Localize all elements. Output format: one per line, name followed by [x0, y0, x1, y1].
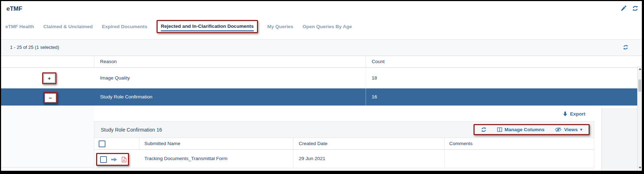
subpanel-header: Study Role Confirmation 16 — [94, 121, 594, 138]
subpanel-title: Study Role Confirmation 16 — [101, 127, 162, 133]
column-header-count[interactable]: Count — [372, 59, 385, 64]
screenshot-root: eTMF eTMF Health Claimed & Unclaimed Exp… — [0, 0, 644, 174]
etmf-dashboard: eTMF eTMF Health Claimed & Unclaimed Exp… — [1, 1, 642, 171]
column-divider — [444, 150, 445, 168]
annotation-box-active-tab: Rejected and In-Clarification Documents — [157, 20, 258, 33]
annotation-box-expand-button: + — [42, 72, 56, 84]
manage-columns-button[interactable]: Manage Columns — [497, 127, 545, 132]
pdf-file-icon[interactable] — [122, 157, 127, 163]
submitted-name-cell: Tracking Documents_Transmittal Form — [144, 156, 227, 161]
count-cell: 18 — [372, 75, 377, 81]
manage-columns-label: Manage Columns — [505, 127, 545, 132]
vertical-scrollbar[interactable] — [637, 66, 642, 171]
tab-rejected-in-clarification[interactable]: Rejected and In-Clarification Documents — [161, 24, 254, 31]
column-divider — [366, 68, 366, 88]
tab-expired-documents[interactable]: Expired Documents — [102, 24, 147, 29]
column-divider — [293, 150, 293, 168]
dashboard-tabs: eTMF Health Claimed & Unclaimed Expired … — [5, 18, 352, 35]
document-row[interactable]: Tracking Documents_Transmittal Form 29 J… — [94, 150, 594, 168]
refresh-icon[interactable] — [632, 5, 638, 11]
record-count-bar: 1 - 25 of 25 (1 selected) — [1, 39, 642, 56]
tab-open-queries-by-age[interactable]: Open Queries By Age — [302, 24, 352, 29]
record-count-text: 1 - 25 of 25 (1 selected) — [10, 45, 59, 50]
scrollbar-up-arrow-icon[interactable] — [639, 68, 641, 70]
scrollbar-thumb[interactable] — [638, 80, 641, 92]
column-divider — [293, 138, 293, 149]
column-header-comments[interactable]: Comments — [449, 141, 472, 146]
study-role-confirmation-panel: Study Role Confirmation 16 — [94, 121, 594, 168]
annotation-box-toolbar: Manage Columns Views ▾ — [474, 124, 590, 135]
column-header-submitted-name[interactable]: Submitted Name — [144, 141, 180, 146]
subtable-refresh-icon[interactable] — [481, 127, 486, 132]
expand-plus-button[interactable]: + — [44, 74, 55, 83]
documents-table-header: Submitted Name Created Date Comments — [94, 138, 594, 150]
eye-slash-icon — [555, 127, 561, 132]
column-divider — [94, 56, 94, 67]
page-title: eTMF — [6, 5, 22, 12]
open-document-arrow-icon[interactable] — [111, 157, 117, 162]
grid-refresh-icon[interactable] — [623, 45, 628, 51]
edit-pencil-icon[interactable] — [620, 5, 626, 11]
annotation-box-row-actions — [96, 153, 129, 166]
annotation-box-collapse-button: − — [43, 92, 58, 104]
tab-my-queries[interactable]: My Queries — [267, 24, 293, 29]
header-actions — [620, 5, 638, 11]
export-label: Export — [570, 111, 585, 117]
caret-down-icon: ▾ — [580, 127, 582, 132]
views-label: Views — [564, 127, 578, 132]
app-header: eTMF — [1, 1, 642, 18]
tab-etmf-health[interactable]: eTMF Health — [5, 24, 34, 29]
column-header-reason[interactable]: Reason — [100, 59, 117, 64]
count-cell: 16 — [372, 94, 377, 99]
column-divider — [139, 138, 139, 149]
download-arrow-icon — [563, 111, 568, 117]
table-row-image-quality[interactable]: + Image Quality 18 — [1, 68, 637, 88]
row-checkbox[interactable] — [100, 156, 107, 163]
expanded-right-background — [601, 108, 637, 171]
row-bottom-border — [1, 167, 94, 168]
collapse-minus-button[interactable]: − — [45, 93, 56, 102]
expanded-left-gutter — [1, 106, 94, 171]
column-divider — [444, 138, 445, 149]
tab-claimed-unclaimed[interactable]: Claimed & Unclaimed — [43, 24, 93, 29]
views-dropdown-button[interactable]: Views ▾ — [555, 127, 582, 132]
reason-cell: Study Role Confirmation — [100, 94, 152, 99]
column-divider — [366, 88, 366, 106]
column-divider — [366, 56, 366, 67]
scrollbar-down-arrow-icon[interactable] — [639, 167, 641, 169]
export-link[interactable]: Export — [563, 111, 585, 117]
column-header-created-date[interactable]: Created Date — [299, 141, 327, 146]
select-all-checkbox[interactable] — [99, 140, 105, 147]
created-date-cell: 29 Jun 2021 — [299, 156, 325, 161]
reason-table-header: Reason Count — [1, 56, 637, 68]
columns-icon — [497, 127, 502, 132]
reason-cell: Image Quality — [100, 75, 130, 81]
table-row-study-role-confirmation-selected[interactable]: − Study Role Confirmation 16 — [1, 88, 637, 106]
